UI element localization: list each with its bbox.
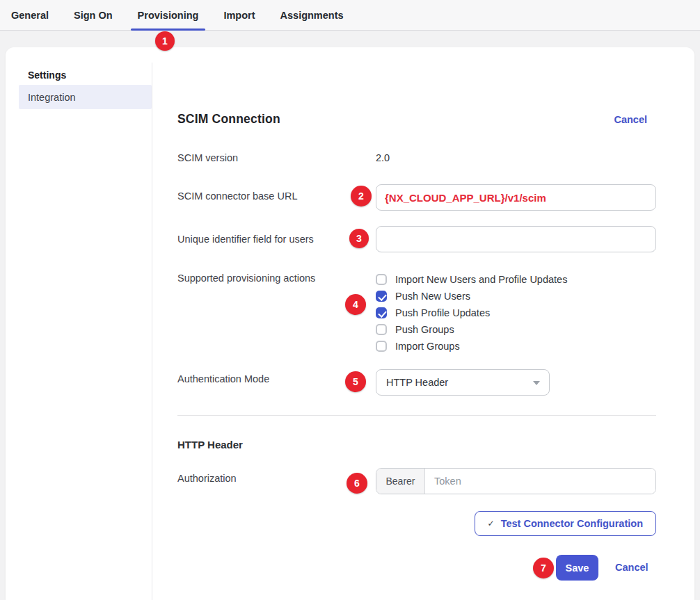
authorization-input-group: Bearer	[376, 468, 656, 494]
checkbox-label: Import New Users and Profile Updates	[395, 274, 567, 285]
checkbox-label: Import Groups	[395, 341, 460, 352]
save-button[interactable]: Save	[556, 555, 598, 581]
checkbox-icon	[376, 324, 387, 335]
page-title: SCIM Connection	[177, 112, 280, 127]
base-url-label: SCIM connector base URL	[177, 190, 297, 202]
checkbox-import-new-users[interactable]: Import New Users and Profile Updates	[376, 271, 567, 288]
checkbox-push-profile-updates[interactable]: Push Profile Updates	[376, 305, 567, 321]
token-input[interactable]	[425, 469, 655, 494]
auth-mode-row: Authentication Mode HTTP Header	[177, 368, 656, 395]
chevron-down-icon	[533, 381, 540, 385]
checkbox-label: Push Profile Updates	[395, 307, 490, 318]
app-tab-bar: General Sign On Provisioning Import Assi…	[0, 0, 700, 31]
provisioning-settings-page: General Sign On Provisioning Import Assi…	[0, 0, 700, 600]
tab-assignments[interactable]: Assignments	[273, 0, 351, 30]
tab-label: Provisioning	[138, 10, 199, 21]
tab-sign-on[interactable]: Sign On	[67, 0, 120, 30]
checkbox-icon	[376, 291, 387, 302]
sidebar-divider	[152, 63, 152, 600]
sidebar-item-integration[interactable]: Integration	[19, 85, 152, 109]
step-badge-1: 1	[155, 31, 175, 51]
cancel-link-top[interactable]: Cancel	[614, 114, 647, 125]
footer-actions-row: Save Cancel	[177, 555, 656, 581]
step-badge-5: 5	[345, 371, 366, 392]
checkbox-label: Push New Users	[395, 291, 470, 302]
unique-id-label: Unique identifier field for users	[177, 234, 314, 245]
step-badge-4: 4	[345, 294, 366, 315]
sidebar-item-label: Integration	[28, 92, 76, 103]
checkbox-push-groups[interactable]: Push Groups	[376, 321, 567, 338]
checkbox-icon	[376, 341, 387, 352]
authorization-label: Authorization	[177, 473, 237, 484]
unique-id-input[interactable]	[376, 226, 656, 252]
tab-label: Assignments	[280, 10, 344, 21]
checkbox-icon	[376, 274, 387, 285]
scim-connection-header-row: SCIM Connection Cancel	[177, 112, 656, 127]
checkbox-icon	[376, 307, 387, 318]
tab-label: Import	[223, 10, 255, 21]
auth-mode-select[interactable]: HTTP Header	[376, 369, 550, 396]
test-connector-button[interactable]: ✓ Test Connector Configuration	[475, 511, 656, 536]
test-connector-row: ✓ Test Connector Configuration	[177, 511, 656, 536]
auth-mode-selected-value: HTTP Header	[386, 377, 448, 388]
step-badge-6: 6	[347, 473, 367, 494]
tab-label: General	[11, 10, 49, 21]
bearer-prefix: Bearer	[376, 469, 425, 494]
scim-version-label: SCIM version	[177, 152, 238, 163]
base-url-input[interactable]	[376, 184, 656, 211]
check-icon: ✓	[488, 519, 495, 528]
step-badge-3: 3	[349, 229, 369, 248]
checkbox-push-new-users[interactable]: Push New Users	[376, 288, 567, 305]
provisioning-actions-row: Supported provisioning actions Import Ne…	[177, 271, 656, 356]
checkbox-label: Push Groups	[395, 324, 454, 335]
step-badge-7: 7	[533, 558, 554, 578]
provisioning-actions-list: Import New Users and Profile Updates Pus…	[376, 271, 567, 355]
step-badge-2: 2	[351, 186, 372, 206]
http-header-section-title: HTTP Header	[177, 439, 243, 451]
scim-version-value: 2.0	[376, 152, 390, 163]
tab-general[interactable]: General	[4, 0, 56, 30]
tab-provisioning[interactable]: Provisioning	[131, 0, 206, 30]
section-divider	[177, 415, 656, 416]
http-header-section-title-row: HTTP Header	[177, 439, 656, 451]
cancel-link-bottom[interactable]: Cancel	[615, 562, 649, 573]
tab-import[interactable]: Import	[216, 0, 262, 30]
checkbox-import-groups[interactable]: Import Groups	[376, 338, 567, 355]
tab-label: Sign On	[74, 10, 113, 21]
provisioning-actions-label: Supported provisioning actions	[177, 273, 315, 284]
sidebar-heading: Settings	[28, 70, 66, 81]
auth-mode-label: Authentication Mode	[177, 373, 269, 384]
test-connector-label: Test Connector Configuration	[501, 518, 643, 529]
